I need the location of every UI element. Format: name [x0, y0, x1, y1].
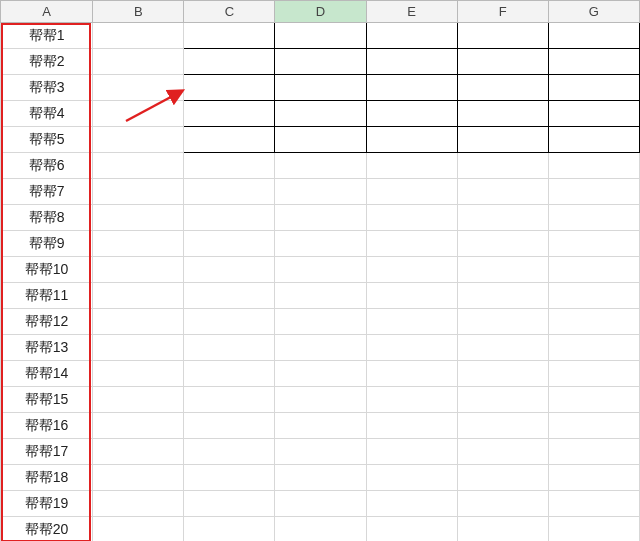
- cell-D14[interactable]: [275, 361, 366, 387]
- cell-A14[interactable]: 帮帮14: [1, 361, 93, 387]
- cell-A1[interactable]: 帮帮1: [1, 23, 93, 49]
- cell-F18[interactable]: [457, 465, 548, 491]
- cell-C20[interactable]: [184, 517, 275, 542]
- cell-E20[interactable]: [366, 517, 457, 542]
- cell-D6[interactable]: [275, 153, 366, 179]
- cell-C4[interactable]: [184, 101, 275, 127]
- cell-C16[interactable]: [184, 413, 275, 439]
- cell-B3[interactable]: [93, 75, 184, 101]
- cell-C14[interactable]: [184, 361, 275, 387]
- cell-F10[interactable]: [457, 257, 548, 283]
- cell-A18[interactable]: 帮帮18: [1, 465, 93, 491]
- cell-B5[interactable]: [93, 127, 184, 153]
- cell-D5[interactable]: [275, 127, 366, 153]
- cell-C7[interactable]: [184, 179, 275, 205]
- cell-A11[interactable]: 帮帮11: [1, 283, 93, 309]
- cell-B1[interactable]: [93, 23, 184, 49]
- cell-E2[interactable]: [366, 49, 457, 75]
- cell-A3[interactable]: 帮帮3: [1, 75, 93, 101]
- cell-B15[interactable]: [93, 387, 184, 413]
- cell-E9[interactable]: [366, 231, 457, 257]
- cell-G4[interactable]: [548, 101, 639, 127]
- cell-F15[interactable]: [457, 387, 548, 413]
- cell-E6[interactable]: [366, 153, 457, 179]
- col-header-E[interactable]: E: [366, 1, 457, 23]
- cell-E7[interactable]: [366, 179, 457, 205]
- cell-F16[interactable]: [457, 413, 548, 439]
- col-header-B[interactable]: B: [93, 1, 184, 23]
- cell-F14[interactable]: [457, 361, 548, 387]
- cell-F19[interactable]: [457, 491, 548, 517]
- cell-E8[interactable]: [366, 205, 457, 231]
- cell-A7[interactable]: 帮帮7: [1, 179, 93, 205]
- cell-D12[interactable]: [275, 309, 366, 335]
- cell-G20[interactable]: [548, 517, 639, 542]
- cell-C1[interactable]: [184, 23, 275, 49]
- cell-F17[interactable]: [457, 439, 548, 465]
- cell-A8[interactable]: 帮帮8: [1, 205, 93, 231]
- cell-F4[interactable]: [457, 101, 548, 127]
- cell-C17[interactable]: [184, 439, 275, 465]
- cell-G12[interactable]: [548, 309, 639, 335]
- col-header-C[interactable]: C: [184, 1, 275, 23]
- col-header-F[interactable]: F: [457, 1, 548, 23]
- cell-E5[interactable]: [366, 127, 457, 153]
- cell-C8[interactable]: [184, 205, 275, 231]
- cell-C2[interactable]: [184, 49, 275, 75]
- cell-F20[interactable]: [457, 517, 548, 542]
- cell-C12[interactable]: [184, 309, 275, 335]
- cell-A17[interactable]: 帮帮17: [1, 439, 93, 465]
- cell-E4[interactable]: [366, 101, 457, 127]
- cell-G14[interactable]: [548, 361, 639, 387]
- cell-D7[interactable]: [275, 179, 366, 205]
- cell-A16[interactable]: 帮帮16: [1, 413, 93, 439]
- cell-D17[interactable]: [275, 439, 366, 465]
- cell-C19[interactable]: [184, 491, 275, 517]
- cell-B11[interactable]: [93, 283, 184, 309]
- cell-D10[interactable]: [275, 257, 366, 283]
- cell-G8[interactable]: [548, 205, 639, 231]
- cell-D3[interactable]: [275, 75, 366, 101]
- cell-F12[interactable]: [457, 309, 548, 335]
- cell-G5[interactable]: [548, 127, 639, 153]
- cell-A4[interactable]: 帮帮4: [1, 101, 93, 127]
- cell-D19[interactable]: [275, 491, 366, 517]
- cell-D4[interactable]: [275, 101, 366, 127]
- col-header-G[interactable]: G: [548, 1, 639, 23]
- cell-B14[interactable]: [93, 361, 184, 387]
- cell-A9[interactable]: 帮帮9: [1, 231, 93, 257]
- cell-A12[interactable]: 帮帮12: [1, 309, 93, 335]
- cell-D1[interactable]: [275, 23, 366, 49]
- cell-F11[interactable]: [457, 283, 548, 309]
- cell-F13[interactable]: [457, 335, 548, 361]
- cell-A19[interactable]: 帮帮19: [1, 491, 93, 517]
- cell-A2[interactable]: 帮帮2: [1, 49, 93, 75]
- cell-E19[interactable]: [366, 491, 457, 517]
- cell-B18[interactable]: [93, 465, 184, 491]
- cell-F2[interactable]: [457, 49, 548, 75]
- cell-A20[interactable]: 帮帮20: [1, 517, 93, 542]
- cell-C15[interactable]: [184, 387, 275, 413]
- cell-B2[interactable]: [93, 49, 184, 75]
- cell-B12[interactable]: [93, 309, 184, 335]
- cell-B19[interactable]: [93, 491, 184, 517]
- cell-D8[interactable]: [275, 205, 366, 231]
- cell-C3[interactable]: [184, 75, 275, 101]
- cell-D15[interactable]: [275, 387, 366, 413]
- cell-A5[interactable]: 帮帮5: [1, 127, 93, 153]
- cell-A15[interactable]: 帮帮15: [1, 387, 93, 413]
- col-header-A[interactable]: A: [1, 1, 93, 23]
- cell-F7[interactable]: [457, 179, 548, 205]
- cell-D20[interactable]: [275, 517, 366, 542]
- cell-E10[interactable]: [366, 257, 457, 283]
- cell-E3[interactable]: [366, 75, 457, 101]
- cell-G9[interactable]: [548, 231, 639, 257]
- cell-B16[interactable]: [93, 413, 184, 439]
- cell-G6[interactable]: [548, 153, 639, 179]
- cell-G7[interactable]: [548, 179, 639, 205]
- cell-D16[interactable]: [275, 413, 366, 439]
- cell-F6[interactable]: [457, 153, 548, 179]
- cell-E12[interactable]: [366, 309, 457, 335]
- cell-E14[interactable]: [366, 361, 457, 387]
- cell-B20[interactable]: [93, 517, 184, 542]
